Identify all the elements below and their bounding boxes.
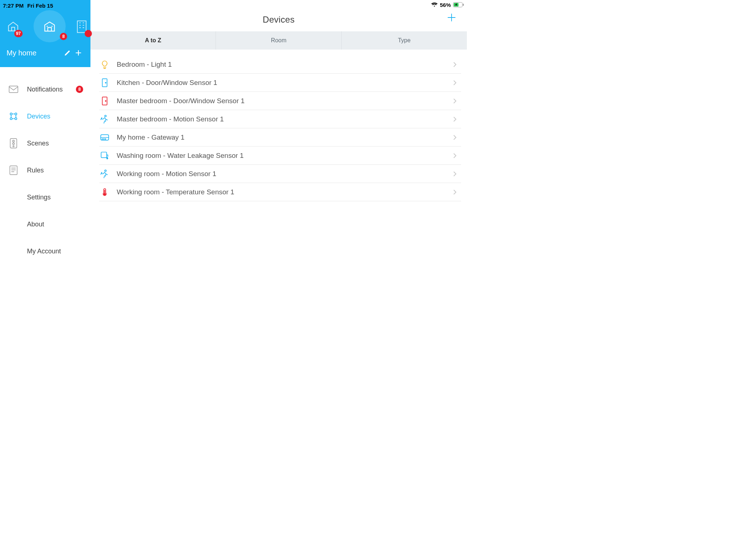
door-icon — [99, 96, 110, 106]
envelope-icon — [9, 86, 18, 93]
sidebar-item-label: Settings — [27, 194, 83, 201]
sidebar-item-rules[interactable]: Rules — [0, 157, 90, 184]
device-row[interactable]: Kitchen - Door/Window Sensor 1 — [99, 74, 461, 92]
sidebar-item-label: Notifications — [27, 86, 67, 93]
page-title: Devices — [263, 15, 294, 25]
device-row[interactable]: My home - Gateway 1 — [99, 128, 461, 147]
svg-point-18 — [105, 115, 106, 117]
sort-segment: A to Z Room Type — [90, 31, 467, 50]
notifications-badge: 8 — [76, 86, 83, 93]
sidebar-item-settings[interactable]: Settings — [0, 184, 90, 211]
device-row[interactable]: Washing room - Water Leakage Sensor 1 — [99, 147, 461, 165]
sidebar-nav: Notifications 8 Devices Scenes Rules Set… — [0, 67, 90, 265]
motion-icon — [99, 114, 110, 124]
chevron-right-icon — [453, 153, 457, 159]
status-date: Fri Feb 15 — [27, 3, 53, 9]
door-icon — [99, 78, 110, 88]
sidebar-item-label: Rules — [27, 167, 83, 174]
svg-point-22 — [105, 139, 106, 139]
sidebar-item-label: My Account — [27, 248, 83, 255]
sidebar-item-notifications[interactable]: Notifications 8 — [0, 76, 90, 103]
svg-rect-12 — [463, 4, 464, 6]
header: Devices — [90, 8, 467, 31]
device-label: Washing room - Water Leakage Sensor 1 — [117, 152, 446, 160]
svg-point-8 — [13, 143, 15, 145]
battery-percent: 56% — [440, 2, 451, 8]
svg-point-21 — [104, 139, 104, 139]
sidebar-item-label: About — [27, 221, 83, 228]
device-label: Kitchen - Door/Window Sensor 1 — [117, 79, 446, 87]
device-row[interactable]: Working room - Temperature Sensor 1 — [99, 183, 461, 201]
device-label: My home - Gateway 1 — [117, 133, 446, 141]
segment-a-to-z[interactable]: A to Z — [90, 31, 216, 50]
device-label: Bedroom - Light 1 — [117, 61, 446, 69]
pencil-icon — [64, 49, 71, 57]
temp-icon — [99, 187, 110, 197]
segment-type[interactable]: Type — [342, 31, 467, 50]
chevron-right-icon — [453, 98, 457, 104]
home-tab-1-badge: 97 — [14, 30, 23, 37]
svg-point-9 — [13, 145, 14, 147]
main: 56% Devices A to Z Room Type Bedroom - L… — [90, 0, 467, 350]
device-label: Working room - Motion Sensor 1 — [117, 170, 446, 178]
device-row[interactable]: Bedroom - Light 1 — [99, 55, 461, 74]
status-time: 7:27 PM — [3, 3, 24, 9]
chevron-right-icon — [453, 171, 457, 177]
device-row[interactable]: Working room - Motion Sensor 1 — [99, 165, 461, 183]
light-icon — [99, 60, 110, 69]
home-name: My home — [7, 49, 62, 57]
sidebar-item-devices[interactable]: Devices — [0, 103, 90, 130]
building-icon — [42, 19, 57, 34]
statusbar-left: 7:27 PM Fri Feb 15 — [0, 0, 90, 9]
edit-home-button[interactable] — [62, 47, 73, 58]
chevron-right-icon — [453, 62, 457, 67]
sidebar: 7:27 PM Fri Feb 15 97 8 — [0, 0, 90, 350]
plus-icon — [74, 49, 82, 57]
svg-rect-0 — [77, 21, 86, 32]
svg-point-3 — [15, 113, 17, 115]
svg-rect-10 — [10, 166, 17, 175]
svg-point-7 — [13, 140, 15, 142]
home-tab-active-badge: 8 — [60, 33, 67, 40]
sidebar-item-scenes[interactable]: Scenes — [0, 130, 90, 157]
svg-rect-23 — [101, 152, 107, 158]
device-label: Master bedroom - Door/Window Sensor 1 — [117, 97, 446, 105]
svg-point-5 — [15, 118, 17, 120]
gateway-icon — [99, 133, 110, 142]
sidebar-item-label: Devices — [27, 113, 83, 120]
device-row[interactable]: Master bedroom - Motion Sensor 1 — [99, 110, 461, 128]
motion-icon — [99, 169, 110, 179]
chevron-right-icon — [453, 80, 457, 86]
sidebar-item-my-account[interactable]: My Account — [0, 238, 90, 265]
device-label: Master bedroom - Motion Sensor 1 — [117, 115, 446, 123]
home-tab-1[interactable]: 97 — [1, 15, 25, 38]
svg-point-17 — [105, 100, 106, 101]
home-tabs: 97 8 — [0, 9, 90, 44]
segment-room[interactable]: Room — [216, 31, 341, 50]
chevron-right-icon — [453, 135, 457, 140]
add-device-button[interactable] — [446, 12, 457, 23]
wifi-icon — [431, 2, 438, 7]
device-list: Bedroom - Light 1Kitchen - Door/Window S… — [90, 50, 467, 201]
sidebar-header: 7:27 PM Fri Feb 15 97 8 — [0, 0, 90, 67]
svg-rect-1 — [9, 86, 18, 93]
svg-point-15 — [105, 82, 106, 83]
svg-point-2 — [10, 113, 12, 115]
svg-point-20 — [102, 139, 102, 139]
svg-point-4 — [10, 118, 12, 120]
svg-point-24 — [105, 170, 106, 171]
home-tab-active[interactable]: 8 — [34, 10, 66, 42]
battery-icon — [453, 2, 464, 7]
chevron-right-icon — [453, 116, 457, 122]
home-tab-2[interactable] — [74, 15, 89, 38]
chevron-right-icon — [453, 189, 457, 195]
rules-icon — [9, 166, 18, 175]
home-name-row: My home — [0, 44, 90, 63]
device-label: Working room - Temperature Sensor 1 — [117, 188, 446, 196]
add-home-button[interactable] — [73, 47, 84, 58]
water-icon — [99, 151, 110, 160]
statusbar-right: 56% — [90, 0, 467, 8]
sidebar-item-label: Scenes — [27, 140, 83, 147]
sidebar-item-about[interactable]: About — [0, 211, 90, 238]
device-row[interactable]: Master bedroom - Door/Window Sensor 1 — [99, 92, 461, 110]
